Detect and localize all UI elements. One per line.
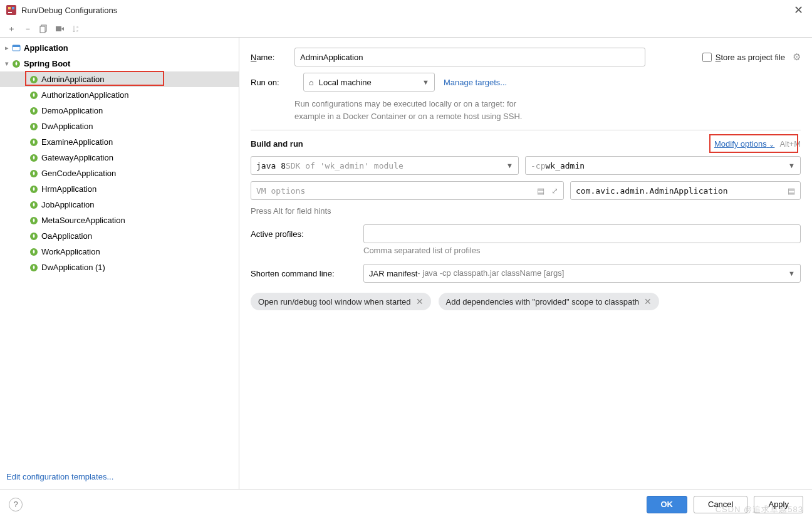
svg-text:z: z [76,29,78,33]
chip-remove-icon[interactable]: ✕ [416,296,424,307]
window-title: Run/Debug Configurations [21,6,791,15]
edit-templates-link[interactable]: Edit configuration templates... [6,472,113,481]
tree-item[interactable]: DwApplication [0,118,239,134]
shorten-cmd-select[interactable]: JAR manifest - java -cp classpath.jar cl… [363,264,801,283]
spring-boot-icon [29,263,39,273]
spring-boot-icon [29,184,39,194]
runon-hint: Run configurations may be executed local… [294,98,801,122]
modify-options-shortcut: Alt+M [779,139,801,149]
section-separator [251,130,801,130]
tree-item-label: WorkApplication [41,247,100,256]
runon-value: Local machine [319,78,372,87]
tree-item[interactable]: GatewayApplication [0,150,239,165]
list-icon[interactable]: ▤ [788,186,795,196]
caret-down-icon: ▼ [422,78,429,86]
tree-item[interactable]: MetaSourceApplication [0,212,239,228]
svg-rect-3 [12,7,14,9]
modify-options-link[interactable]: Modify options ⌄ [714,139,774,149]
vm-options-input[interactable]: VM options ▤ ⤢ [251,181,564,200]
tree-item-label: AdminApplication [41,75,104,84]
active-profiles-hint: Comma separated list of profiles [363,246,801,255]
active-profiles-input[interactable] [363,224,801,243]
main-class-input[interactable]: com.avic.admin.AdminApplication ▤ [570,181,801,200]
chip-open-tool-window[interactable]: Open run/debug tool window when started … [251,293,431,310]
sort-config-button[interactable]: az [69,22,84,36]
caret-down-icon: ▼ [788,162,795,169]
tree-item[interactable]: DwApplication (1) [0,260,239,275]
tree-item[interactable]: ExamineApplication [0,134,239,150]
chip-remove-icon[interactable]: ✕ [644,296,652,307]
name-input[interactable] [294,48,645,66]
svg-rect-0 [6,5,16,15]
spring-boot-icon [29,231,39,241]
active-profiles-label: Active profiles: [251,229,363,239]
apply-button[interactable]: Apply [754,496,803,513]
manage-targets-link[interactable]: Manage targets... [444,78,507,87]
tree-item-label: DemoApplication [41,106,103,115]
field-hints: Press Alt for field hints [251,206,801,216]
build-run-title: Build and run [251,139,303,149]
tree-item[interactable]: OaApplication [0,228,239,244]
tree-item-label: AuthorizationApplication [41,90,128,100]
tree-item-label: DwApplication [41,122,93,131]
tree-item[interactable]: GenCodeApplication [0,165,239,181]
tree-application-group[interactable]: ▸ Application [0,40,239,56]
spring-boot-icon [29,200,39,210]
chip-add-provided-deps[interactable]: Add dependencies with "provided" scope t… [439,293,659,310]
caret-down-icon: ▼ [788,270,795,277]
store-checkbox[interactable] [702,53,712,62]
dialog-footer: ? OK Cancel Apply [0,489,812,519]
svg-rect-2 [8,7,11,9]
runon-select[interactable]: ⌂ Local machine ▼ [303,73,435,92]
list-icon[interactable]: ▤ [537,186,544,196]
help-button[interactable]: ? [9,498,23,511]
tree-item[interactable]: AuthorizationApplication [0,87,239,103]
chevron-down-icon[interactable]: ▾ [3,60,11,68]
spring-boot-icon [29,137,39,147]
tree-item-label: GenCodeApplication [41,169,116,178]
copy-config-button[interactable] [36,22,51,36]
intellij-logo-icon [6,5,16,15]
cancel-button[interactable]: Cancel [694,496,747,513]
save-config-button[interactable] [53,22,68,36]
spring-boot-icon [29,75,39,85]
expand-icon[interactable]: ⤢ [551,186,558,196]
jdk-select[interactable]: java 8 SDK of 'wk_admin' module ▼ [251,156,519,175]
titlebar: Run/Debug Configurations ✕ [0,0,812,20]
close-icon[interactable]: ✕ [791,3,806,17]
remove-config-button[interactable]: － [20,22,35,36]
spring-boot-icon [29,122,39,132]
svg-rect-9 [13,45,20,47]
config-form: Name: Store as project file ⚙ Run on: ⌂ … [239,38,812,489]
tree-item[interactable]: AdminApplication [0,71,239,87]
tree-item[interactable]: DemoApplication [0,103,239,118]
classpath-select[interactable]: -cp wk_admin ▼ [525,156,801,175]
runon-label: Run on: [251,78,294,87]
tree-item[interactable]: WorkApplication [0,244,239,260]
tree-item[interactable]: HrmApplication [0,181,239,197]
spring-boot-icon [11,59,21,69]
spring-boot-icon [29,169,39,179]
ok-button[interactable]: OK [647,496,688,513]
tree-item-label: DwApplication (1) [41,263,105,272]
tree-item-label: HrmApplication [41,184,96,194]
spring-boot-icon [29,247,39,257]
add-config-button[interactable]: ＋ [4,22,19,36]
spring-boot-icon [29,90,39,100]
spring-boot-icon [29,216,39,226]
shorten-cmd-label: Shorten command line: [251,269,363,278]
spring-boot-icon [29,106,39,116]
tree-item-label: JobApplication [41,200,95,209]
chevron-right-icon[interactable]: ▸ [3,44,11,52]
tree-springboot-group[interactable]: ▾ Spring Boot [0,56,239,71]
tree-item-label: MetaSourceApplication [41,216,125,225]
svg-rect-5 [40,26,45,33]
config-tree[interactable]: ▸ Application ▾ Spring Boot AdminApplica… [0,38,239,489]
store-as-project-file[interactable]: Store as project file ⚙ [702,51,801,63]
tree-group-label: Spring Boot [24,59,70,68]
tree-group-label: Application [24,43,68,53]
gear-icon[interactable]: ⚙ [793,51,801,63]
tree-item[interactable]: JobApplication [0,197,239,212]
name-label: Name: [251,53,294,62]
tree-item-label: OaApplication [41,231,92,241]
